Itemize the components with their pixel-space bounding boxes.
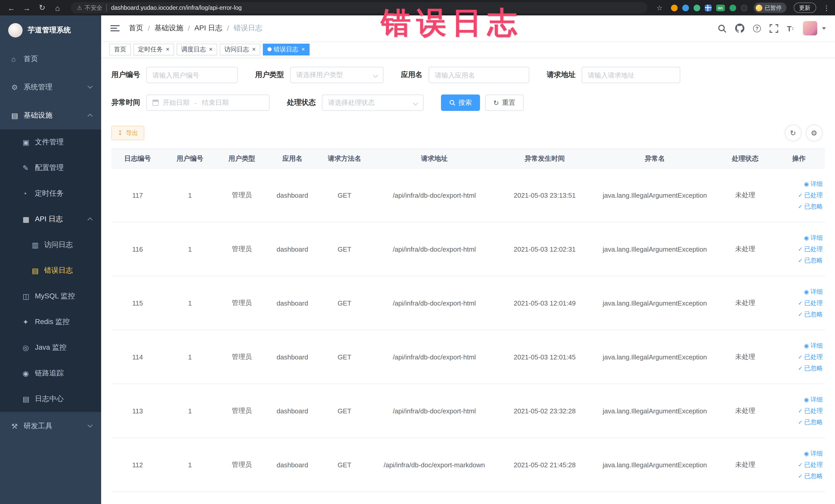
update-button[interactable]: 更新: [793, 3, 816, 13]
cell-user-id: 1: [164, 330, 216, 384]
detail-link[interactable]: ◉详细: [773, 232, 825, 243]
paused-badge[interactable]: 已暂停: [753, 3, 786, 13]
extension-grid-icon[interactable]: [705, 4, 711, 11]
sidebar-item-config-mgmt[interactable]: ✎ 配置管理: [0, 155, 101, 181]
user-type-select[interactable]: 请选择用户类型: [290, 67, 384, 83]
tab-error-log[interactable]: 错误日志 ×: [263, 43, 309, 55]
process-status-select[interactable]: 请选择处理状态: [322, 95, 424, 111]
extension-on-badge[interactable]: on: [716, 4, 725, 11]
detail-link[interactable]: ◉详细: [773, 178, 825, 189]
cell-request-url: /api/infra/db-doc/export-html: [372, 384, 497, 438]
extension-paw-icon[interactable]: [740, 4, 747, 11]
detail-link[interactable]: ◉详细: [773, 448, 825, 459]
github-icon[interactable]: [735, 24, 745, 33]
mark-processed-link[interactable]: ✓已处理: [773, 405, 825, 417]
cell-user-type: 管理员: [216, 384, 267, 438]
home-icon: ⌂: [11, 55, 24, 63]
process-status-label: 处理状态: [287, 98, 316, 107]
extension-icon[interactable]: [682, 4, 689, 11]
reset-button[interactable]: ↻ 重置: [485, 95, 524, 111]
cell-request-url: /api/infra/db-doc/export-markdown: [372, 438, 497, 492]
warning-icon: ⚠: [77, 4, 82, 11]
sidebar-item-java-monitor[interactable]: ◎ Java 监控: [0, 335, 101, 361]
detail-link[interactable]: ◉详细: [773, 340, 825, 351]
address-bar[interactable]: ⚠ 不安全 dashboard.yudao.iocoder.cn/infra/l…: [71, 2, 647, 13]
column-settings-button[interactable]: ⚙: [806, 125, 822, 141]
search-button[interactable]: 搜索: [441, 95, 480, 111]
exception-time-label: 异常时间: [111, 98, 140, 107]
font-size-icon[interactable]: T↕: [787, 24, 794, 33]
search-icon[interactable]: [718, 24, 727, 33]
tab-access-log[interactable]: 访问日志 ×: [220, 43, 260, 55]
file-icon: ▣: [23, 138, 35, 146]
user-avatar[interactable]: [803, 21, 817, 36]
tab-schedule-log[interactable]: 调度日志 ×: [177, 43, 217, 55]
forward-button[interactable]: →: [21, 2, 33, 14]
mark-ignored-link[interactable]: ✓已忽略: [773, 201, 825, 212]
app-name-input[interactable]: [435, 71, 523, 79]
mark-ignored-link[interactable]: ✓已忽略: [773, 363, 825, 374]
vue-devtools-icon[interactable]: [693, 4, 700, 11]
export-button[interactable]: ↧ 导出: [111, 126, 144, 140]
request-url-input[interactable]: [588, 71, 674, 79]
exception-time-range-picker[interactable]: 开始日期 - 结束日期: [146, 95, 269, 111]
table-row: 117 1 管理员 dashboard GET /api/infra/db-do…: [111, 168, 825, 222]
close-icon[interactable]: ×: [252, 46, 256, 53]
breadcrumb-item[interactable]: 基础设施: [155, 24, 183, 33]
extension-leaf-icon[interactable]: [729, 4, 736, 11]
tab-home[interactable]: 首页: [109, 43, 131, 55]
fullscreen-icon[interactable]: [770, 24, 778, 33]
cell-actions: ◉详细 ✓已处理 ✓已忽略: [773, 438, 825, 492]
user-id-input[interactable]: [152, 71, 231, 79]
cell-exception-name: java.lang.IllegalArgumentException: [592, 168, 717, 222]
header-exception-name: 异常名: [592, 149, 717, 168]
sidebar-item-tracing[interactable]: ◉ 链路追踪: [0, 361, 101, 386]
mark-processed-link[interactable]: ✓已处理: [773, 297, 825, 309]
reload-button[interactable]: ↻: [36, 2, 48, 14]
sidebar-item-infra[interactable]: ▤ 基础设施: [0, 101, 101, 129]
mark-ignored-link[interactable]: ✓已忽略: [773, 417, 825, 428]
error-log-page: 用户编号 用户类型 请选择用户类型 应用名: [101, 58, 835, 504]
close-icon[interactable]: ×: [209, 46, 212, 53]
sidebar-item-file-mgmt[interactable]: ▣ 文件管理: [0, 129, 101, 155]
cell-actions: ◉详细 ✓已处理 ✓已忽略: [773, 168, 825, 222]
detail-link[interactable]: ◉详细: [773, 394, 825, 405]
sidebar-item-redis-monitor[interactable]: ✦ Redis 监控: [0, 309, 101, 335]
caret-down-icon[interactable]: [822, 27, 826, 29]
app-logo[interactable]: 芋道管理系统: [0, 15, 101, 45]
detail-link[interactable]: ◉详细: [773, 286, 825, 297]
breadcrumb-item[interactable]: 首页: [129, 24, 143, 33]
back-button[interactable]: ←: [5, 2, 18, 14]
header-process-status: 处理状态: [717, 149, 773, 168]
sidebar-item-home[interactable]: ⌂ 首页: [0, 45, 101, 73]
mark-processed-link[interactable]: ✓已处理: [773, 243, 825, 255]
sidebar-item-error-log[interactable]: ▤ 错误日志: [0, 258, 101, 283]
cell-exception-name: java.lang.IllegalArgumentException: [592, 438, 717, 492]
sidebar-item-system[interactable]: ⚙ 系统管理: [0, 73, 101, 101]
sidebar-item-access-log[interactable]: ▥ 访问日志: [0, 232, 101, 258]
browser-menu-icon[interactable]: ⋮: [823, 4, 830, 12]
extension-icon[interactable]: [671, 4, 677, 11]
sidebar-item-log-center[interactable]: ▤ 日志中心: [0, 386, 101, 412]
help-icon[interactable]: ?: [753, 24, 761, 32]
mark-processed-link[interactable]: ✓已处理: [773, 189, 825, 201]
sidebar-item-scheduled-jobs[interactable]: ◔ 定时任务: [0, 181, 101, 206]
sidebar-item-api-log[interactable]: ▦ API 日志: [0, 206, 101, 232]
browser-home-button[interactable]: ⌂: [51, 2, 64, 14]
close-icon[interactable]: ×: [166, 46, 169, 53]
mark-processed-link[interactable]: ✓已处理: [773, 351, 825, 363]
mark-processed-link[interactable]: ✓已处理: [773, 459, 825, 470]
tab-scheduled-jobs[interactable]: 定时任务 ×: [134, 43, 174, 55]
breadcrumb-current: 错误日志: [233, 24, 262, 33]
mark-ignored-link[interactable]: ✓已忽略: [773, 470, 825, 482]
sidebar-item-dev-tools[interactable]: ⚒ 研发工具: [0, 412, 101, 440]
sidebar-item-mysql-monitor[interactable]: ◫ MySQL 监控: [0, 283, 101, 309]
logo-image: [8, 23, 23, 37]
refresh-list-button[interactable]: ↻: [785, 125, 801, 141]
bookmark-star-icon[interactable]: ☆: [657, 4, 663, 12]
mark-ignored-link[interactable]: ✓已忽略: [773, 255, 825, 266]
breadcrumb-item[interactable]: API 日志: [195, 24, 223, 33]
mark-ignored-link[interactable]: ✓已忽略: [773, 309, 825, 320]
sidebar-toggle-icon[interactable]: [110, 25, 120, 31]
close-icon[interactable]: ×: [301, 46, 305, 53]
